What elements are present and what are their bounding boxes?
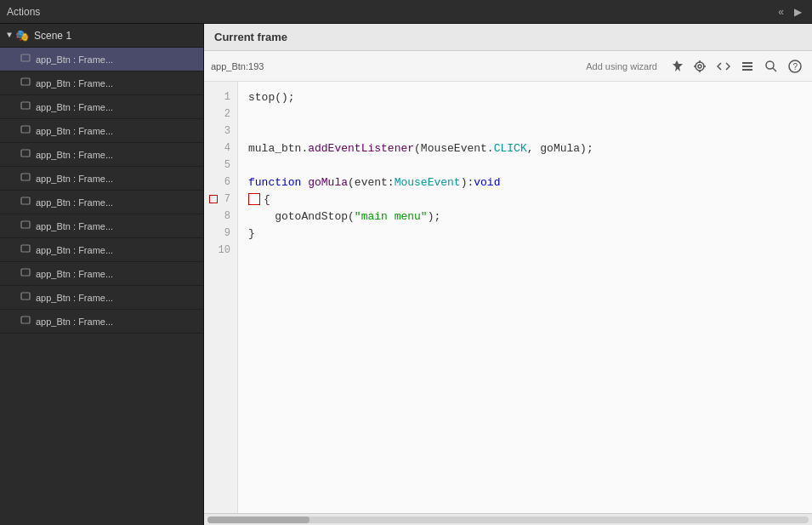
sidebar-item[interactable]: app_Btn : Frame... xyxy=(0,71,203,95)
line-number: 3 xyxy=(204,123,237,140)
code-token: CLICK xyxy=(494,142,527,155)
sidebar-item[interactable]: app_Btn : Frame... xyxy=(0,191,203,214)
toolbar: app_Btn:193 Add using wizard xyxy=(204,51,812,82)
top-bar-title: Actions xyxy=(7,6,40,18)
code-token: "main menu" xyxy=(355,210,428,223)
svg-point-13 xyxy=(698,65,701,68)
item-icon xyxy=(20,100,31,113)
sidebar-item[interactable]: app_Btn : Frame... xyxy=(0,48,203,71)
line-number: 2 xyxy=(204,106,237,123)
pin-button[interactable] xyxy=(666,58,686,75)
line-number: 10 xyxy=(204,242,237,259)
line-number: 4 xyxy=(204,140,237,157)
item-icon xyxy=(20,220,31,232)
svg-text:?: ? xyxy=(793,62,798,71)
item-icon xyxy=(20,124,31,137)
svg-rect-3 xyxy=(21,126,30,133)
item-label: app_Btn : Frame... xyxy=(36,269,113,279)
svg-rect-9 xyxy=(21,269,30,276)
svg-rect-19 xyxy=(742,66,752,67)
item-icon xyxy=(20,196,31,208)
code-token: goMula xyxy=(308,176,348,189)
sidebar-item[interactable]: app_Btn : Frame... xyxy=(0,167,203,191)
code-token: function xyxy=(248,176,308,189)
sidebar-item[interactable]: app_Btn : Frame... xyxy=(0,119,203,143)
code-line: mula_btn.addEventListener(MouseEvent.CLI… xyxy=(248,140,802,157)
sidebar-item[interactable]: app_Btn : Frame... xyxy=(0,286,203,310)
code-token: ): xyxy=(461,176,474,189)
target-icon xyxy=(693,60,707,73)
item-icon xyxy=(20,267,31,280)
item-label: app_Btn : Frame... xyxy=(36,150,113,160)
search-icon xyxy=(764,60,778,73)
code-icon xyxy=(717,60,730,73)
top-bar: Actions « ▶ xyxy=(0,0,812,24)
code-token: mula_btn. xyxy=(248,142,308,155)
code-line xyxy=(248,106,802,123)
list-button[interactable] xyxy=(737,58,758,75)
svg-rect-18 xyxy=(742,62,752,64)
item-icon xyxy=(20,148,31,161)
code-button[interactable] xyxy=(713,58,734,75)
main-layout: ▼ 🎭 Scene 1 app_Btn : Frame...app_Btn : … xyxy=(0,24,812,525)
code-content[interactable]: stop();mula_btn.addEventListener(MouseEv… xyxy=(238,82,812,513)
code-line: stop(); xyxy=(248,88,802,106)
code-area[interactable]: 12345678910 stop();mula_btn.addEventList… xyxy=(204,82,812,513)
top-bar-controls: « ▶ xyxy=(775,4,805,20)
item-label: app_Btn : Frame... xyxy=(36,54,113,65)
item-icon xyxy=(20,53,31,66)
scene-row[interactable]: ▼ 🎭 Scene 1 xyxy=(0,24,203,48)
scrollbar-thumb[interactable] xyxy=(207,516,309,523)
scrollbar-track[interactable] xyxy=(207,516,809,523)
item-icon xyxy=(20,243,31,256)
expand-button[interactable]: ▶ xyxy=(791,4,805,20)
svg-rect-20 xyxy=(742,69,752,71)
code-line: function goMula(event:MouseEvent):void xyxy=(248,174,802,191)
code-token: { xyxy=(264,193,270,206)
search-button[interactable] xyxy=(761,58,781,75)
svg-rect-6 xyxy=(21,197,30,204)
sidebar-list: app_Btn : Frame...app_Btn : Frame...app_… xyxy=(0,48,203,525)
help-icon: ? xyxy=(788,60,802,73)
content-header: Current frame xyxy=(204,24,812,51)
item-icon xyxy=(20,77,31,89)
code-token: (MouseEvent. xyxy=(414,142,494,155)
svg-rect-0 xyxy=(21,54,30,61)
sidebar-item[interactable]: app_Btn : Frame... xyxy=(0,238,203,262)
code-token: void xyxy=(474,176,500,189)
collapse-button[interactable]: « xyxy=(775,4,787,20)
code-token: , goMula); xyxy=(527,142,593,155)
svg-point-12 xyxy=(696,62,704,71)
item-icon xyxy=(20,172,31,185)
toolbar-label: app_Btn:193 xyxy=(211,61,264,71)
sidebar: ▼ 🎭 Scene 1 app_Btn : Frame...app_Btn : … xyxy=(0,24,204,525)
content-header-title: Current frame xyxy=(214,31,287,43)
code-token: (event: xyxy=(348,176,395,189)
code-token: addEventListener xyxy=(308,142,414,155)
line-number: 7 xyxy=(204,191,237,208)
sidebar-item[interactable]: app_Btn : Frame... xyxy=(0,310,203,334)
line-numbers: 12345678910 xyxy=(204,82,238,513)
item-label: app_Btn : Frame... xyxy=(36,126,113,136)
bracket-marker xyxy=(248,193,260,205)
svg-rect-11 xyxy=(21,317,30,323)
svg-line-22 xyxy=(773,68,776,71)
item-label: app_Btn : Frame... xyxy=(36,174,113,184)
item-label: app_Btn : Frame... xyxy=(36,197,113,208)
scene-icon: 🎭 xyxy=(15,29,29,43)
line-number: 9 xyxy=(204,225,237,242)
code-line xyxy=(248,157,802,174)
line-number: 1 xyxy=(204,88,237,106)
pin-icon xyxy=(669,60,683,73)
scrollbar-area[interactable] xyxy=(204,513,812,525)
wizard-button[interactable]: Add using wizard xyxy=(581,60,662,73)
sidebar-item[interactable]: app_Btn : Frame... xyxy=(0,214,203,238)
sidebar-item[interactable]: app_Btn : Frame... xyxy=(0,262,203,286)
help-button[interactable]: ? xyxy=(785,58,805,75)
sidebar-item[interactable]: app_Btn : Frame... xyxy=(0,95,203,119)
code-token: gotoAndStop( xyxy=(248,210,355,223)
item-icon xyxy=(20,291,31,304)
svg-rect-5 xyxy=(21,174,30,180)
target-button[interactable] xyxy=(690,58,710,75)
sidebar-item[interactable]: app_Btn : Frame... xyxy=(0,143,203,167)
